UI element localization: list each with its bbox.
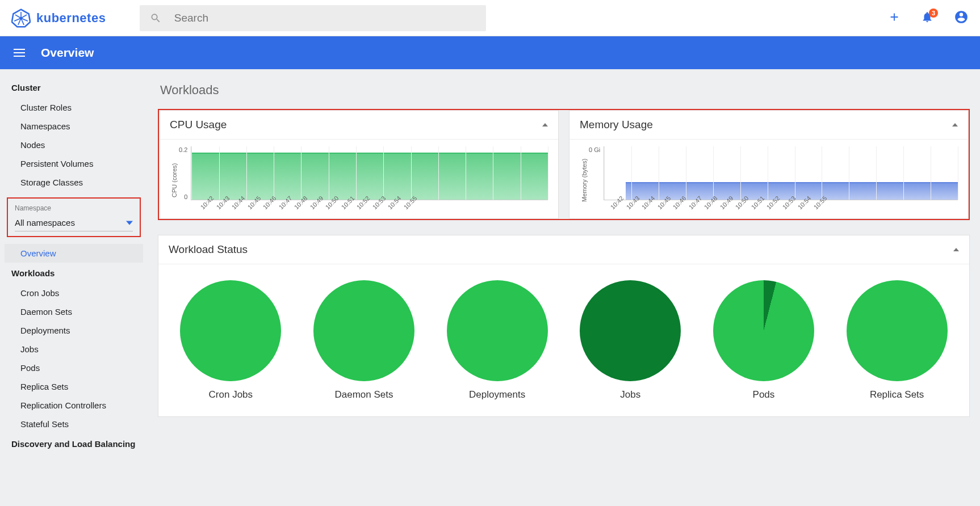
notifications-button[interactable]: 3	[921, 11, 933, 26]
topbar: kubernetes 3	[0, 0, 980, 36]
memory-usage-card: Memory Usage Memory (bytes) 0 Gi	[569, 110, 969, 219]
status-label: Cron Jobs	[180, 389, 281, 400]
usage-charts-row: CPU Usage CPU (cores) 0.20	[158, 109, 970, 220]
svg-line-8	[15, 15, 21, 18]
create-button[interactable]	[888, 11, 901, 26]
sidebar-section-cluster: Cluster	[5, 77, 143, 98]
status-row: Cron JobsDaemon SetsDeploymentsJobsPodsR…	[158, 264, 969, 416]
mem-ylabel: Memory (bytes)	[580, 146, 589, 214]
sidebar-item-persistent-volumes[interactable]: Persistent Volumes	[5, 154, 143, 173]
sidebar-item-cron-jobs[interactable]: Cron Jobs	[5, 284, 143, 302]
sidebar-section-workloads: Workloads	[5, 263, 143, 284]
account-button[interactable]	[954, 10, 969, 27]
menu-toggle[interactable]	[10, 45, 28, 60]
section-title: Overview	[41, 46, 94, 60]
status-deployments[interactable]: Deployments	[447, 280, 548, 400]
search-box[interactable]	[140, 5, 486, 31]
cpu-plot	[191, 146, 548, 200]
mem-xticks: 10:4210:4310:4410:4510:4610:4710:4810:49…	[606, 200, 824, 214]
sidebar-item-jobs[interactable]: Jobs	[5, 340, 143, 359]
page-title: Workloads	[160, 83, 970, 98]
sidebar-item-storage-classes[interactable]: Storage Classes	[5, 173, 143, 192]
namespace-value: All namespaces	[15, 218, 75, 227]
workload-status-card: Workload Status Cron JobsDaemon SetsDepl…	[158, 235, 970, 417]
status-replica-sets[interactable]: Replica Sets	[847, 280, 948, 400]
namespace-label: Namespace	[15, 204, 133, 212]
notification-badge: 3	[929, 9, 938, 18]
status-label: Deployments	[447, 389, 548, 400]
namespace-dropdown[interactable]: All namespaces	[15, 218, 133, 231]
cpu-xticks: 10:4210:4310:4410:4510:4610:4710:4810:49…	[196, 200, 414, 214]
status-jobs[interactable]: Jobs	[580, 280, 681, 400]
sidebar-item-deployments[interactable]: Deployments	[5, 321, 143, 340]
sidebar-item-replica-sets[interactable]: Replica Sets	[5, 377, 143, 396]
sidebar-item-daemon-sets[interactable]: Daemon Sets	[5, 302, 143, 321]
status-card-title: Workload Status	[169, 243, 248, 256]
pie-icon	[313, 280, 414, 381]
sidebar-item-overview[interactable]: Overview	[5, 244, 143, 263]
search-input[interactable]	[174, 12, 476, 24]
collapse-icon[interactable]	[952, 123, 958, 126]
kubernetes-wheel-icon	[11, 9, 31, 28]
cpu-card-title: CPU Usage	[170, 119, 227, 131]
pie-icon	[447, 280, 548, 381]
cpu-yticks: 0.20	[179, 146, 191, 200]
pie-icon	[180, 280, 281, 381]
status-daemon-sets[interactable]: Daemon Sets	[313, 280, 414, 400]
status-label: Replica Sets	[847, 389, 948, 400]
namespace-selector[interactable]: Namespace All namespaces	[7, 197, 141, 237]
mem-plot	[604, 146, 958, 200]
mem-card-title: Memory Usage	[580, 119, 653, 131]
section-header: Overview	[0, 36, 980, 69]
status-label: Jobs	[580, 389, 681, 400]
cpu-usage-card: CPU Usage CPU (cores) 0.20	[159, 110, 559, 219]
sidebar-section-discovery: Discovery and Load Balancing	[5, 433, 143, 454]
sidebar-item-namespaces[interactable]: Namespaces	[5, 117, 143, 136]
cpu-ylabel: CPU (cores)	[170, 146, 179, 214]
collapse-icon[interactable]	[542, 123, 548, 126]
status-label: Pods	[713, 389, 814, 400]
sidebar-item-replication-controllers[interactable]: Replication Controllers	[5, 396, 143, 415]
status-label: Daemon Sets	[313, 389, 414, 400]
topbar-actions: 3	[888, 10, 969, 27]
status-cron-jobs[interactable]: Cron Jobs	[180, 280, 281, 400]
sidebar-item-pods[interactable]: Pods	[5, 359, 143, 377]
pie-icon	[847, 280, 948, 381]
main-content: Workloads CPU Usage CPU (cores) 0.20	[148, 69, 980, 477]
collapse-icon[interactable]	[953, 248, 959, 251]
sidebar: Cluster Cluster RolesNamespacesNodesPers…	[0, 69, 148, 477]
brand-logo[interactable]: kubernetes	[11, 9, 106, 28]
status-pods[interactable]: Pods	[713, 280, 814, 400]
sidebar-item-nodes[interactable]: Nodes	[5, 136, 143, 154]
chevron-down-icon	[126, 220, 133, 226]
brand-text: kubernetes	[36, 11, 106, 26]
sidebar-item-cluster-roles[interactable]: Cluster Roles	[5, 98, 143, 117]
svg-line-3	[21, 15, 27, 18]
sidebar-item-stateful-sets[interactable]: Stateful Sets	[5, 415, 143, 433]
plus-icon	[888, 11, 901, 23]
pie-icon	[713, 280, 814, 381]
search-icon	[150, 12, 161, 24]
account-circle-icon	[954, 10, 969, 24]
pie-icon	[580, 280, 681, 381]
mem-yticks: 0 Gi	[589, 146, 604, 200]
